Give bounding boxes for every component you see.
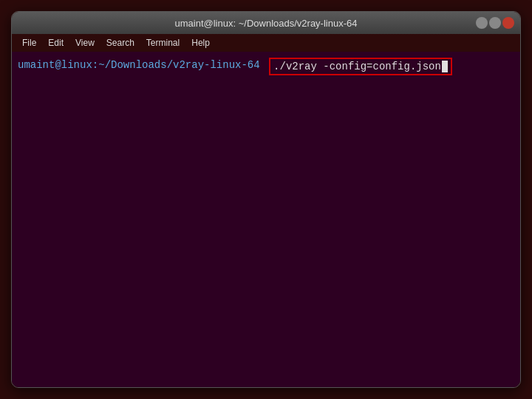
menu-file[interactable]: File (18, 36, 41, 50)
terminal-line: umaint@linux:~/Downloads/v2ray-linux-64 … (18, 58, 514, 75)
titlebar: umaint@linux: ~/Downloads/v2ray-linux-64 (12, 12, 520, 34)
minimize-button[interactable] (476, 17, 488, 29)
menu-view[interactable]: View (71, 36, 99, 50)
menubar: File Edit View Search Terminal Help (12, 34, 520, 52)
command-highlight-box: ./v2ray -config=config.json (269, 58, 452, 75)
maximize-button[interactable] (489, 17, 501, 29)
terminal-cursor (442, 61, 448, 72)
menu-help[interactable]: Help (187, 36, 214, 50)
menu-search[interactable]: Search (102, 36, 139, 50)
close-button[interactable] (502, 17, 514, 29)
terminal-window: umaint@linux: ~/Downloads/v2ray-linux-64… (11, 11, 521, 388)
prompt-dollar (260, 58, 266, 72)
window-controls (476, 17, 514, 29)
menu-edit[interactable]: Edit (44, 36, 68, 50)
window-title: umaint@linux: ~/Downloads/v2ray-linux-64 (175, 18, 358, 29)
prompt-user: umaint@linux (18, 58, 92, 72)
terminal-body[interactable]: umaint@linux:~/Downloads/v2ray-linux-64 … (12, 52, 520, 387)
menu-terminal[interactable]: Terminal (142, 36, 184, 50)
prompt-path: :~/Downloads/v2ray-linux-64 (92, 58, 260, 72)
command-text: ./v2ray -config=config.json (273, 59, 441, 74)
